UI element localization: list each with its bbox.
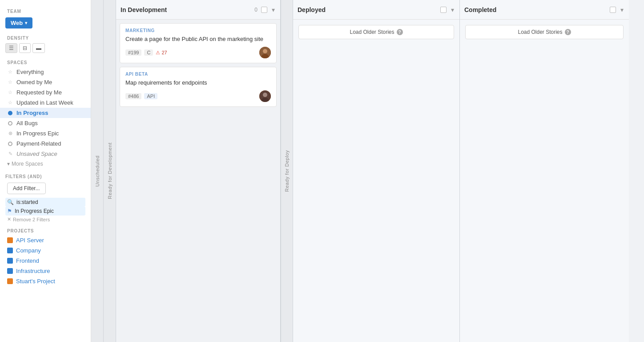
help-icon: ? bbox=[397, 29, 403, 35]
remove-filters-button[interactable]: ✕ Remove 2 Filters bbox=[5, 216, 85, 223]
deployed-checkbox[interactable] bbox=[440, 7, 447, 13]
sidebar-item-payment[interactable]: Payment-Related bbox=[0, 138, 91, 149]
filter-is-started[interactable]: 🔍 is:started bbox=[5, 198, 85, 207]
team-row: Web ▾ bbox=[0, 16, 91, 32]
story-card-486[interactable]: API BETA Map requirements for endpoints … bbox=[120, 67, 277, 107]
filter-label: is:started bbox=[16, 199, 38, 205]
deployed-menu-button[interactable]: ▾ bbox=[450, 6, 455, 13]
card-title: Create a page for the Public API on the … bbox=[125, 35, 271, 43]
project-checkbox bbox=[7, 237, 13, 243]
ready-for-dev-column: Ready for Development bbox=[104, 0, 116, 342]
filter-in-progress-epic[interactable]: ⚑ In Progress Epic bbox=[5, 207, 85, 216]
sidebar-item-requested[interactable]: ☆ Requested by Me bbox=[0, 87, 91, 98]
card-label: MARKETING bbox=[125, 28, 271, 33]
completed-load-older-button[interactable]: Load Older Stories ? bbox=[465, 25, 624, 39]
in-development-title: In Development bbox=[121, 6, 251, 13]
project-label: Frontend bbox=[16, 257, 39, 264]
circle-icon bbox=[7, 141, 13, 147]
star-icon: ☆ bbox=[7, 79, 13, 86]
card-footer: #199 C ⚠ 27 bbox=[125, 47, 271, 58]
in-development-section: In Development 0 ▾ MARKETING Create a pa… bbox=[116, 0, 293, 342]
star-icon: ☆ bbox=[7, 90, 13, 96]
project-label: Stuart's Project bbox=[16, 278, 55, 285]
project-infrastructure[interactable]: Infrastructure bbox=[0, 266, 91, 276]
completed-column: Completed ▾ Load Older Stories ? bbox=[460, 0, 629, 342]
in-development-header: In Development 0 ▾ bbox=[116, 0, 280, 20]
density-list-button[interactable]: ☰ bbox=[5, 43, 17, 53]
svg-point-4 bbox=[263, 93, 267, 97]
project-checkbox bbox=[7, 258, 13, 264]
spaces-label: SPACES bbox=[0, 57, 91, 67]
completed-checkbox[interactable] bbox=[610, 7, 616, 13]
load-older-label: Load Older Stories bbox=[350, 29, 394, 35]
project-stuarts[interactable]: Stuart's Project bbox=[0, 276, 91, 286]
story-card-199[interactable]: MARKETING Create a page for the Public A… bbox=[120, 23, 277, 63]
svg-point-1 bbox=[263, 49, 267, 53]
sidebar-item-label: All Bugs bbox=[16, 120, 38, 126]
edit-icon: ✎ bbox=[7, 151, 13, 157]
team-name: Web bbox=[11, 20, 23, 26]
sidebar-item-unsaved[interactable]: ✎ Unsaved Space bbox=[0, 149, 91, 159]
deployed-header: Deployed ▾ bbox=[293, 0, 459, 20]
completed-menu-button[interactable]: ▾ bbox=[620, 6, 624, 13]
sidebar-item-in-progress-epic[interactable]: ⊛ In Progress Epic bbox=[0, 128, 91, 138]
load-older-label: Load Older Stories bbox=[518, 29, 562, 35]
card-story-id: #486 bbox=[125, 93, 141, 99]
filters-label: FILTERS (AND) bbox=[5, 172, 85, 182]
unscheduled-rotated-label: Unscheduled bbox=[91, 0, 104, 342]
add-filter-button[interactable]: Add Filter... bbox=[7, 183, 46, 194]
card-meta: #199 C ⚠ 27 bbox=[125, 49, 167, 56]
sidebar-item-label: Everything bbox=[16, 69, 44, 75]
in-development-cards: MARKETING Create a page for the Public A… bbox=[116, 20, 280, 342]
in-development-count: 0 bbox=[254, 7, 258, 13]
deployed-column: Deployed ▾ Load Older Stories ? bbox=[293, 0, 460, 342]
project-frontend[interactable]: Frontend bbox=[0, 256, 91, 266]
chevron-down-icon: ▾ bbox=[25, 20, 27, 25]
sidebar-item-in-progress[interactable]: In Progress bbox=[0, 108, 91, 118]
unscheduled-column: Unscheduled bbox=[91, 0, 104, 342]
star-icon: ☆ bbox=[7, 100, 13, 106]
more-spaces-button[interactable]: ▾ More Spaces bbox=[0, 159, 91, 169]
density-medium-button[interactable]: ⊟ bbox=[19, 43, 31, 53]
projects-label: PROJECTS bbox=[0, 225, 91, 235]
sidebar-item-label: Owned by Me bbox=[16, 79, 52, 86]
project-company[interactable]: Company bbox=[0, 245, 91, 256]
ready-for-deploy-column: Ready for Deploy bbox=[281, 0, 293, 342]
sidebar-item-owned[interactable]: ☆ Owned by Me bbox=[0, 77, 91, 87]
filters-section: FILTERS (AND) Add Filter... 🔍 is:started… bbox=[0, 169, 91, 225]
avatar bbox=[259, 90, 271, 102]
sidebar-item-everything[interactable]: ☆ Everything bbox=[0, 67, 91, 77]
ready-for-dev-label-text: Ready for Development bbox=[107, 142, 113, 199]
dot-icon bbox=[7, 110, 13, 116]
card-tag-api: API bbox=[144, 93, 157, 99]
in-development-checkbox[interactable] bbox=[261, 7, 267, 13]
sidebar-item-all-bugs[interactable]: All Bugs bbox=[0, 118, 91, 128]
card-label: API BETA bbox=[125, 72, 271, 77]
chevron-down-icon: ▾ bbox=[7, 161, 10, 167]
in-development-column: In Development 0 ▾ MARKETING Create a pa… bbox=[116, 0, 281, 342]
sidebar-item-updated[interactable]: ☆ Updated in Last Week bbox=[0, 98, 91, 108]
card-title: Map requirements for endpoints bbox=[125, 79, 271, 87]
deployed-load-older-button[interactable]: Load Older Stories ? bbox=[298, 25, 454, 39]
project-checkbox bbox=[7, 248, 13, 253]
team-button[interactable]: Web ▾ bbox=[5, 17, 32, 28]
card-tag-c: C bbox=[144, 49, 153, 56]
sidebar-item-label: Requested by Me bbox=[16, 89, 62, 96]
sidebar: TEAM Web ▾ DENSITY ☰ ⊟ ▬ SPACES ☆ Everyt… bbox=[0, 0, 91, 342]
filter-label: In Progress Epic bbox=[15, 208, 54, 214]
project-label: Company bbox=[16, 247, 41, 254]
project-api-server[interactable]: API Server bbox=[0, 235, 91, 245]
team-label: TEAM bbox=[0, 5, 91, 16]
density-compact-button[interactable]: ▬ bbox=[32, 43, 45, 53]
completed-header: Completed ▾ bbox=[460, 0, 629, 20]
card-story-id: #199 bbox=[125, 49, 141, 56]
help-icon: ? bbox=[565, 29, 571, 35]
sidebar-item-label: In Progress bbox=[16, 110, 48, 116]
in-development-menu-button[interactable]: ▾ bbox=[271, 6, 276, 13]
close-icon: ✕ bbox=[7, 216, 11, 222]
deployed-title: Deployed bbox=[298, 6, 437, 13]
sidebar-item-label: Payment-Related bbox=[16, 140, 61, 147]
card-blocker: ⚠ 27 bbox=[156, 50, 167, 56]
ready-for-deploy-label-text: Ready for Deploy bbox=[284, 150, 290, 192]
density-row: ☰ ⊟ ▬ bbox=[0, 42, 91, 57]
